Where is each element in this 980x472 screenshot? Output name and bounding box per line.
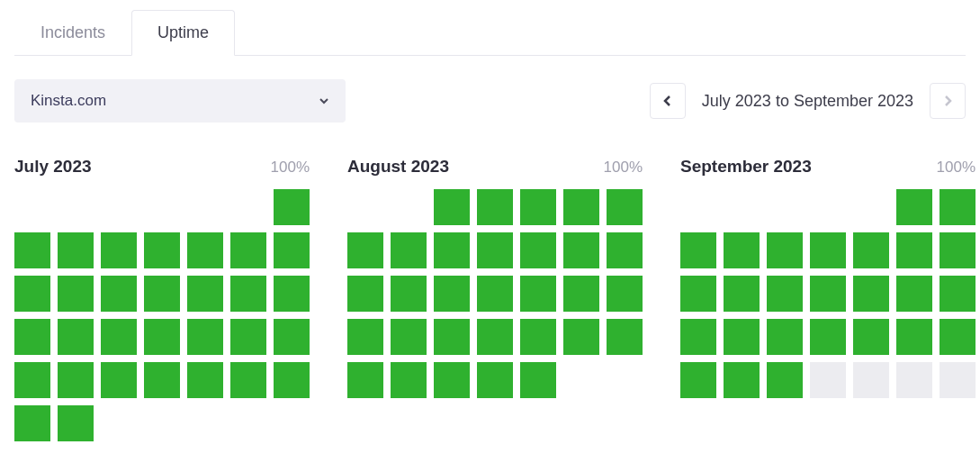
- calendar-day[interactable]: [274, 362, 310, 398]
- calendar-day[interactable]: [230, 319, 266, 355]
- calendar-day[interactable]: [724, 362, 760, 398]
- calendar-day[interactable]: [58, 319, 94, 355]
- calendar-day[interactable]: [14, 405, 50, 441]
- calendar-day[interactable]: [520, 362, 556, 398]
- calendar-day[interactable]: [477, 189, 513, 225]
- months-row: July 2023100%August 2023100%September 20…: [14, 157, 966, 441]
- calendar-day[interactable]: [477, 362, 513, 398]
- calendar-day[interactable]: [940, 189, 976, 225]
- calendar-day[interactable]: [477, 276, 513, 312]
- tab-incidents[interactable]: Incidents: [14, 10, 131, 56]
- calendar-day[interactable]: [810, 232, 846, 268]
- calendar-day[interactable]: [14, 232, 50, 268]
- calendar-day[interactable]: [563, 232, 599, 268]
- calendar-cell-empty: [347, 189, 383, 225]
- calendar-day[interactable]: [853, 319, 889, 355]
- calendar-day[interactable]: [520, 319, 556, 355]
- calendar-day[interactable]: [853, 232, 889, 268]
- calendar-day[interactable]: [58, 362, 94, 398]
- calendar-day[interactable]: [187, 276, 223, 312]
- calendar-day[interactable]: [477, 232, 513, 268]
- calendar-day[interactable]: [853, 362, 889, 398]
- calendar-day[interactable]: [563, 319, 599, 355]
- calendar-day[interactable]: [14, 319, 50, 355]
- calendar-cell-empty: [144, 189, 180, 225]
- calendar-day[interactable]: [680, 362, 716, 398]
- calendar-day[interactable]: [14, 362, 50, 398]
- calendar-day[interactable]: [724, 319, 760, 355]
- calendar-day[interactable]: [274, 189, 310, 225]
- tab-uptime[interactable]: Uptime: [131, 10, 235, 56]
- calendar-day[interactable]: [347, 362, 383, 398]
- calendar-day[interactable]: [434, 189, 470, 225]
- calendar-day[interactable]: [434, 276, 470, 312]
- calendar-day[interactable]: [274, 232, 310, 268]
- calendar-day[interactable]: [391, 362, 427, 398]
- calendar-day[interactable]: [940, 362, 976, 398]
- calendar-day[interactable]: [680, 276, 716, 312]
- calendar-day[interactable]: [144, 319, 180, 355]
- calendar-day[interactable]: [434, 232, 470, 268]
- calendar-day[interactable]: [940, 232, 976, 268]
- calendar-day[interactable]: [101, 232, 137, 268]
- calendar-day[interactable]: [607, 319, 643, 355]
- calendar-day[interactable]: [391, 276, 427, 312]
- calendar-day[interactable]: [391, 319, 427, 355]
- calendar-day[interactable]: [101, 319, 137, 355]
- calendar-day[interactable]: [563, 189, 599, 225]
- calendar-day[interactable]: [896, 362, 932, 398]
- calendar-day[interactable]: [520, 189, 556, 225]
- calendar-day[interactable]: [896, 189, 932, 225]
- calendar-day[interactable]: [767, 319, 803, 355]
- calendar-day[interactable]: [810, 276, 846, 312]
- calendar-day[interactable]: [230, 232, 266, 268]
- calendar-day[interactable]: [274, 319, 310, 355]
- calendar-day[interactable]: [347, 276, 383, 312]
- prev-range-button[interactable]: [650, 83, 686, 119]
- calendar-day[interactable]: [477, 319, 513, 355]
- calendar-day[interactable]: [767, 276, 803, 312]
- calendar-day[interactable]: [14, 276, 50, 312]
- calendar-day[interactable]: [767, 362, 803, 398]
- calendar-day[interactable]: [520, 232, 556, 268]
- calendar-day[interactable]: [274, 276, 310, 312]
- site-dropdown[interactable]: Kinsta.com: [14, 79, 346, 123]
- calendar-day[interactable]: [810, 319, 846, 355]
- calendar-day[interactable]: [810, 362, 846, 398]
- calendar-day[interactable]: [187, 232, 223, 268]
- calendar-day[interactable]: [58, 276, 94, 312]
- calendar-day[interactable]: [187, 319, 223, 355]
- calendar-day[interactable]: [607, 276, 643, 312]
- calendar-day[interactable]: [347, 232, 383, 268]
- calendar-day[interactable]: [607, 232, 643, 268]
- calendar-day[interactable]: [896, 319, 932, 355]
- calendar-day[interactable]: [58, 405, 94, 441]
- calendar-day[interactable]: [680, 319, 716, 355]
- calendar-day[interactable]: [940, 276, 976, 312]
- calendar-day[interactable]: [680, 232, 716, 268]
- calendar-day[interactable]: [230, 276, 266, 312]
- calendar-day[interactable]: [896, 276, 932, 312]
- calendar-day[interactable]: [144, 276, 180, 312]
- calendar-day[interactable]: [58, 232, 94, 268]
- calendar-day[interactable]: [724, 232, 760, 268]
- calendar-day[interactable]: [563, 276, 599, 312]
- calendar-day[interactable]: [230, 362, 266, 398]
- calendar-day[interactable]: [144, 362, 180, 398]
- calendar-day[interactable]: [144, 232, 180, 268]
- calendar-day[interactable]: [434, 362, 470, 398]
- calendar-day[interactable]: [347, 319, 383, 355]
- next-range-button[interactable]: [930, 83, 966, 119]
- calendar-day[interactable]: [853, 276, 889, 312]
- calendar-day[interactable]: [434, 319, 470, 355]
- calendar-day[interactable]: [896, 232, 932, 268]
- calendar-day[interactable]: [391, 232, 427, 268]
- calendar-day[interactable]: [940, 319, 976, 355]
- calendar-day[interactable]: [607, 189, 643, 225]
- calendar-day[interactable]: [520, 276, 556, 312]
- calendar-day[interactable]: [724, 276, 760, 312]
- calendar-day[interactable]: [187, 362, 223, 398]
- calendar-day[interactable]: [101, 362, 137, 398]
- calendar-day[interactable]: [767, 232, 803, 268]
- calendar-day[interactable]: [101, 276, 137, 312]
